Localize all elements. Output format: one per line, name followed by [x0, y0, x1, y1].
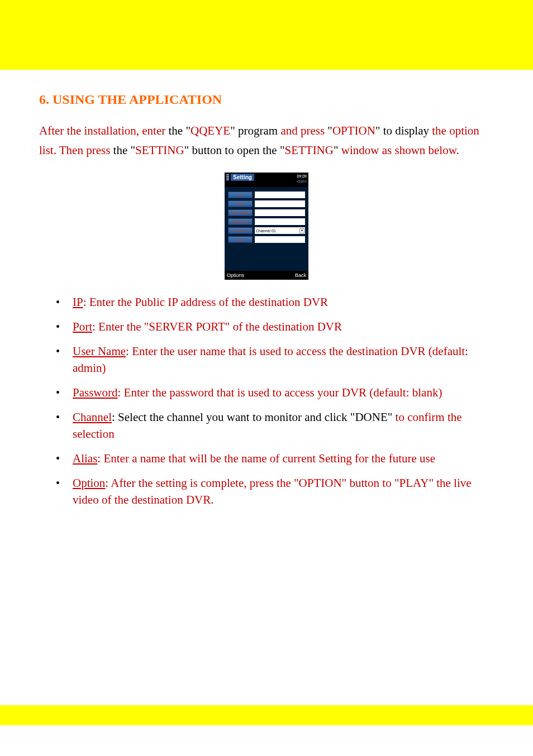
input-password[interactable]: [255, 218, 305, 225]
screenshot-wrap: Setting 09:09 ◁ abc IP Port User Name: [39, 173, 494, 280]
bullet-desc: : Enter the user name that is used to ac…: [73, 344, 468, 375]
back-softkey[interactable]: Back: [295, 272, 306, 278]
text-run: the ": [169, 124, 191, 137]
text-run: the ": [113, 143, 135, 157]
row-alias: Alias: [228, 236, 305, 243]
bullet-item: IP: Enter the Public IP address of the d…: [73, 294, 494, 310]
input-mode: abc: [301, 179, 307, 183]
input-username[interactable]: [255, 209, 305, 216]
phone-title: Setting: [231, 174, 254, 181]
text-run: window as shown below.: [341, 143, 459, 157]
channel-value: Channel 01: [256, 229, 276, 233]
phone-time: 09:09: [297, 174, 307, 179]
bullet-desc-black: : Select the channel you want to monitor…: [112, 410, 396, 424]
phone-screenshot: Setting 09:09 ◁ abc IP Port User Name: [225, 173, 308, 280]
bullet-item: Option: After the setting is complete, p…: [73, 475, 494, 508]
label-username: User Name: [228, 209, 253, 216]
bullet-item: Password: Enter the password that is use…: [73, 384, 494, 401]
bullet-desc: : Enter the "SERVER PORT" of the destina…: [92, 320, 342, 333]
bullet-term: Port: [73, 320, 92, 333]
bullet-term: Channel: [73, 410, 112, 424]
options-softkey[interactable]: Options: [227, 272, 244, 278]
row-port: Port: [228, 200, 305, 207]
page-content: 6. USING THE APPLICATION After the insta…: [0, 70, 533, 508]
input-ip[interactable]: [255, 192, 305, 198]
row-ip: IP: [228, 192, 305, 198]
bullet-term: Option: [73, 476, 105, 490]
bullet-term: Alias: [73, 452, 97, 465]
text-run: OPTION: [332, 124, 375, 137]
label-channel: Channel: [228, 227, 253, 234]
header-band: [0, 0, 533, 70]
bullet-list: IP: Enter the Public IP address of the d…: [39, 294, 494, 508]
bullet-desc: : Enter a name that will be the name of …: [97, 452, 435, 465]
row-username: User Name: [228, 209, 305, 216]
label-port: Port: [228, 200, 253, 207]
network-icon: ◁: [297, 179, 301, 183]
intro-paragraph: After the installation, enter the "QQEYE…: [39, 121, 494, 160]
bullet-term: Password: [73, 386, 118, 399]
label-ip: IP: [228, 192, 253, 198]
footer-band: [0, 705, 533, 725]
text-run: After the installation, enter: [39, 124, 169, 137]
phone-softkeys: Options Back: [225, 271, 308, 280]
bullet-term: IP: [73, 295, 83, 309]
text-run: " button to open the ": [184, 143, 285, 157]
section-title: 6. USING THE APPLICATION: [39, 92, 494, 107]
bullet-desc: : After the setting is complete, press t…: [73, 476, 472, 506]
input-alias[interactable]: [255, 236, 305, 243]
text-run: QQEYE: [191, 124, 230, 137]
bullet-item: Alias: Enter a name that will be the nam…: [73, 450, 494, 467]
bullet-term: User Name: [73, 344, 126, 358]
text-run: ": [327, 124, 332, 137]
bullet-desc: : Enter the password that is used to acc…: [118, 386, 442, 399]
phone-status-right: 09:09 ◁ abc: [297, 174, 307, 184]
input-port[interactable]: [255, 200, 305, 207]
signal-icon: [226, 174, 229, 180]
text-run: SETTING: [135, 143, 184, 157]
bullet-item: Port: Enter the "SERVER PORT" of the des…: [73, 318, 494, 335]
label-password: Password: [228, 218, 253, 225]
chevron-down-icon: ▼: [299, 228, 304, 233]
row-password: Password: [228, 218, 305, 225]
label-alias: Alias: [228, 236, 253, 243]
text-run: SETTING: [284, 143, 334, 157]
text-run: and press: [278, 124, 327, 137]
bullet-item: Channel: Select the channel you want to …: [73, 409, 494, 442]
row-channel: Channel Channel 01 ▼: [228, 227, 305, 234]
select-channel[interactable]: Channel 01 ▼: [255, 227, 305, 234]
phone-status-bar: Setting 09:09 ◁ abc: [225, 173, 308, 187]
text-run: " to display: [375, 124, 432, 137]
bullet-item: User Name: Enter the user name that is u…: [73, 343, 494, 376]
bullet-desc: : Enter the Public IP address of the des…: [83, 295, 328, 309]
text-run: ": [334, 143, 341, 157]
phone-form: IP Port User Name Password Channel: [225, 187, 308, 271]
text-run: " program: [230, 124, 278, 137]
